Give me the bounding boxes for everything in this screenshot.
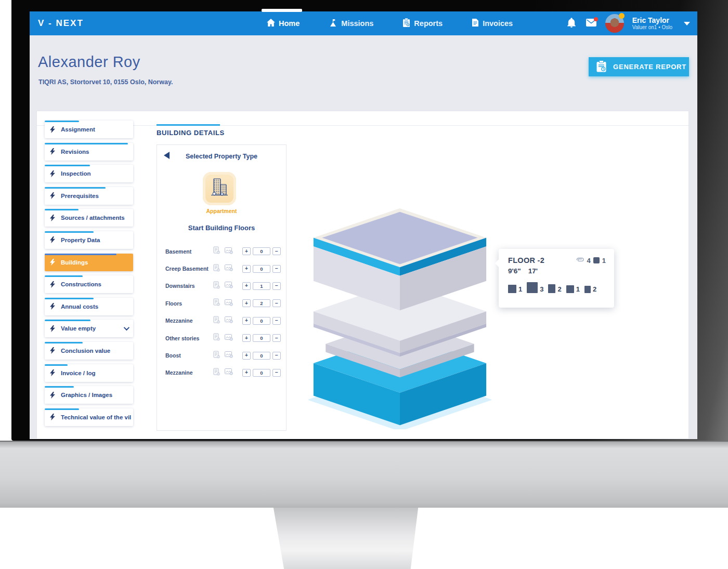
generate-report-label: GENERATE REPORT (613, 63, 686, 71)
notifications-button[interactable] (566, 18, 577, 29)
sidebar-item-label: Value empty (61, 325, 96, 332)
document-icon[interactable] (213, 246, 220, 256)
bolt-icon (50, 414, 57, 420)
floor-count-input[interactable]: 0 (253, 265, 270, 273)
floor-label: Basement (165, 248, 213, 255)
nav-tab-reports[interactable]: Reports (388, 11, 457, 35)
sidebar-item-graphics-images[interactable]: Graphics / Images (45, 386, 133, 404)
floor-count-input[interactable]: 0 (253, 334, 270, 342)
increment-button[interactable]: + (242, 334, 251, 342)
document-icon[interactable] (213, 281, 220, 291)
increment-button[interactable]: + (242, 299, 251, 307)
property-type-card: Selected Property Type Appartment (157, 144, 287, 431)
sidebar-item-buildings[interactable]: Buildings (45, 254, 133, 271)
document-icon[interactable] (213, 333, 220, 343)
decrement-button[interactable]: − (272, 265, 281, 273)
nav-label: Missions (341, 19, 373, 28)
sidebar-item-value-empty[interactable]: Value empty (45, 320, 133, 337)
unread-badge (594, 17, 598, 21)
sidebar-item-assignment[interactable]: Assignment (45, 121, 133, 138)
sidebar-item-inspection[interactable]: Inspection (45, 165, 133, 182)
decrement-button[interactable]: − (272, 247, 281, 255)
bolt-icon (50, 215, 57, 221)
floor-count-input[interactable]: 0 (253, 369, 270, 377)
document-icon[interactable] (213, 316, 220, 326)
sidebar-item-technical-value[interactable]: Technical value of the vil (45, 408, 133, 426)
bolt-icon (50, 281, 57, 288)
sidebar-item-revisions[interactable]: Revisions (45, 143, 133, 161)
building-3d-visualization[interactable] (308, 206, 491, 429)
image-icon[interactable] (225, 334, 233, 343)
increment-button[interactable]: + (242, 265, 251, 273)
decrement-button[interactable]: − (272, 317, 281, 325)
active-tab-indicator (262, 9, 302, 12)
increment-button[interactable]: + (242, 317, 251, 325)
sidebar-item-label: Buildings (61, 259, 88, 266)
image-icon[interactable] (225, 281, 233, 290)
progress-line (45, 165, 90, 166)
wizard-sidebar: Assignment Revisions Inspection Prerequi… (45, 121, 133, 430)
floor-label: Mezzanine (165, 317, 213, 324)
progress-line (45, 364, 68, 366)
document-icon[interactable] (213, 351, 220, 361)
sidebar-item-prerequisites[interactable]: Prerequisites (45, 187, 133, 205)
client-address: TIQRI AS, Stortorvet 10, 0155 Oslo, Norw… (38, 78, 173, 86)
document-icon[interactable] (213, 368, 220, 378)
image-icon[interactable] (225, 316, 233, 325)
floor-count-input[interactable]: 0 (253, 352, 270, 360)
reports-icon (402, 18, 410, 29)
sidebar-item-label: Conclusion value (61, 348, 110, 354)
bell-icon (567, 18, 576, 30)
increment-button[interactable]: + (242, 247, 251, 255)
decrement-button[interactable]: − (272, 369, 281, 377)
nav-tab-missions[interactable]: Missions (314, 11, 388, 35)
sidebar-item-invoice-log[interactable]: Invoice / log (45, 364, 133, 382)
progress-line (45, 209, 79, 210)
sidebar-item-annual-costs[interactable]: Annual costs (45, 298, 133, 315)
increment-button[interactable]: + (242, 352, 251, 360)
floor-count-input[interactable]: 1 (253, 282, 270, 290)
image-icon[interactable] (225, 247, 233, 256)
document-icon[interactable] (213, 298, 220, 308)
sidebar-item-label: Sources / attachments (61, 215, 125, 221)
sidebar-item-label: Inspection (61, 170, 91, 177)
floor-row-floors: Floors + 2 − (157, 295, 286, 312)
user-info[interactable]: Eric Taylor Valuer on1 • Oslo (632, 16, 672, 31)
property-type-tile[interactable] (203, 172, 236, 205)
decrement-button[interactable]: − (272, 282, 281, 290)
nav-tab-invoices[interactable]: Invoices (457, 11, 527, 35)
nav-tab-home[interactable]: Home (252, 11, 314, 35)
decrement-button[interactable]: − (272, 334, 281, 342)
decrement-button[interactable]: − (272, 352, 281, 360)
messages-button[interactable] (586, 18, 597, 29)
chevron-down-icon[interactable] (684, 22, 690, 25)
nav-label: Home (279, 19, 300, 28)
bolt-icon (50, 126, 57, 133)
image-icon[interactable] (225, 368, 233, 377)
app-logo[interactable]: V - NEXT (38, 18, 84, 29)
monitor-photo: V - NEXT Home Missions (0, 0, 728, 569)
document-icon[interactable] (213, 264, 220, 274)
sidebar-item-sources-attachments[interactable]: Sources / attachments (45, 209, 133, 227)
user-avatar[interactable] (605, 14, 624, 33)
increment-button[interactable]: + (242, 282, 251, 290)
floor-count-input[interactable]: 0 (253, 317, 270, 325)
decrement-button[interactable]: − (272, 299, 281, 307)
sidebar-item-constructions[interactable]: Constructions (45, 275, 133, 293)
unit-count: 1 (602, 257, 606, 264)
floor-count-input[interactable]: 2 (253, 299, 270, 307)
progress-line (45, 231, 94, 233)
generate-report-button[interactable]: GENERATE REPORT (589, 57, 689, 76)
sidebar-item-property-data[interactable]: Property Data (45, 231, 133, 249)
property-type-heading: Selected Property Type (157, 153, 286, 160)
back-arrow-icon[interactable] (164, 152, 170, 159)
tab-divider (37, 125, 688, 126)
image-icon[interactable] (225, 351, 233, 360)
image-icon[interactable] (225, 299, 233, 308)
increment-button[interactable]: + (242, 369, 251, 377)
image-icon[interactable] (225, 264, 233, 273)
room-square-icon (566, 285, 574, 293)
progress-line (45, 320, 90, 321)
sidebar-item-conclusion-value[interactable]: Conclusion value (45, 342, 133, 360)
floor-count-input[interactable]: 0 (253, 247, 270, 255)
